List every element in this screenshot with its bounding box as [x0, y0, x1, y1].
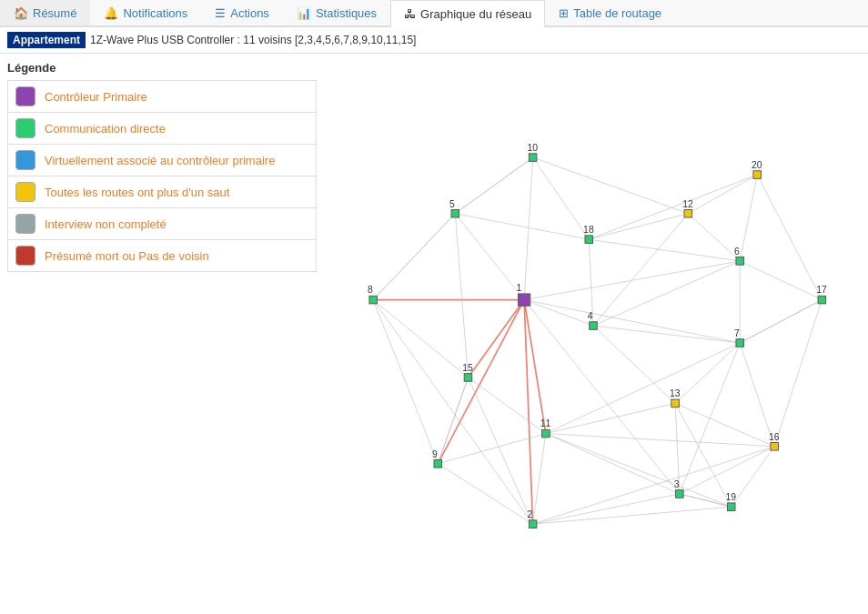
- graph-node[interactable]: 1: [517, 283, 530, 306]
- graph-edge: [533, 494, 680, 524]
- legend-color: [15, 150, 35, 170]
- legend-label: Interview non completé: [45, 217, 167, 231]
- graph-node[interactable]: 8: [368, 285, 377, 303]
- legend-label: Virtuellement associé au contrôleur prim…: [45, 154, 275, 167]
- graph-edge: [373, 300, 468, 377]
- graph-node[interactable]: 12: [682, 199, 693, 217]
- bell-icon: 🔔: [104, 6, 118, 20]
- node-label: 17: [816, 285, 827, 295]
- graph-edge: [373, 300, 532, 525]
- node-label: 13: [670, 388, 681, 398]
- graph-edge: [533, 507, 732, 524]
- graph-edge: [593, 326, 675, 403]
- barchart-icon: 📊: [297, 6, 311, 20]
- graph-edge: [438, 300, 524, 464]
- graph-node[interactable]: 5: [449, 199, 459, 217]
- legend-items: Contrôleur Primaire Communication direct…: [7, 80, 317, 272]
- node-label: 20: [752, 160, 762, 170]
- node-label: 12: [682, 199, 693, 209]
- node-rect: [590, 322, 598, 330]
- node-label: 19: [726, 492, 737, 502]
- node-rect: [529, 520, 537, 528]
- graph-node[interactable]: 18: [583, 225, 594, 243]
- tab-table[interactable]: ⊞ Table de routage: [545, 0, 675, 25]
- graph-edge: [688, 214, 740, 261]
- node-label: 8: [368, 285, 373, 295]
- graph-edge: [675, 403, 774, 446]
- graph-panel: 12345678910111213151617181920: [326, 61, 861, 614]
- network-graph: 12345678910111213151617181920: [326, 61, 861, 614]
- node-rect: [542, 429, 550, 438]
- node-label: 4: [588, 311, 593, 321]
- tab-graphique-label: Graphique du réseau: [420, 7, 531, 21]
- graph-edge: [455, 157, 532, 214]
- tab-table-label: Table de routage: [573, 6, 661, 20]
- graph-edge: [546, 434, 680, 494]
- legend-item: Interview non completé: [7, 207, 317, 240]
- graph-node[interactable]: 2: [527, 509, 536, 528]
- graph-edge: [740, 300, 822, 343]
- graph-node[interactable]: 11: [540, 418, 551, 437]
- graph-edge: [533, 447, 775, 524]
- graph-edge: [593, 261, 740, 326]
- graph-node[interactable]: 17: [816, 285, 827, 303]
- tab-notifications[interactable]: 🔔 Notifications: [90, 0, 201, 25]
- graph-edge: [774, 300, 822, 447]
- node-rect: [736, 339, 744, 347]
- graph-edge: [740, 261, 822, 300]
- graph-edge: [546, 343, 740, 434]
- graph-edge: [533, 434, 546, 525]
- tab-statistiques-label: Statistiques: [316, 6, 377, 20]
- graph-edge: [455, 214, 468, 377]
- node-rect: [771, 443, 779, 451]
- graph-edge: [468, 300, 524, 377]
- tab-resume[interactable]: 🏠 Résumé: [0, 0, 90, 25]
- node-label: 16: [769, 432, 780, 442]
- tab-bar: 🏠 Résumé 🔔 Notifications ☰ Actions 📊 Sta…: [0, 0, 868, 27]
- tab-graphique[interactable]: 🖧 Graphique du réseau: [390, 0, 545, 27]
- breadcrumb-text: 1Z-Wave Plus USB Controller : 11 voisins…: [90, 34, 416, 46]
- node-rect: [736, 257, 744, 266]
- node-rect: [434, 460, 442, 468]
- legend-color: [15, 214, 35, 234]
- legend-item: Toutes les routes ont plus d'un saut: [7, 176, 317, 208]
- legend-label: Toutes les routes ont plus d'un saut: [45, 186, 229, 199]
- graph-node[interactable]: 20: [752, 160, 762, 178]
- graph-edge: [455, 214, 524, 300]
- node-rect: [727, 503, 735, 511]
- graph-edge: [593, 214, 688, 326]
- node-label: 15: [462, 363, 473, 373]
- legend-item: Virtuellement associé au contrôleur prim…: [7, 144, 317, 176]
- legend-title: Légende: [7, 61, 317, 75]
- node-label: 10: [527, 143, 538, 153]
- graph-node[interactable]: 15: [462, 363, 473, 381]
- graph-node[interactable]: 10: [527, 143, 538, 161]
- graph-edge: [468, 377, 545, 434]
- legend-color: [15, 86, 35, 106]
- legend-item: Contrôleur Primaire: [7, 80, 317, 113]
- tab-statistiques[interactable]: 📊 Statistiques: [283, 0, 390, 25]
- legend-color: [15, 182, 35, 202]
- graph-edge: [680, 447, 774, 494]
- tab-actions-label: Actions: [230, 6, 269, 20]
- tab-actions[interactable]: ☰ Actions: [201, 0, 283, 25]
- graph-node[interactable]: 13: [670, 388, 681, 407]
- graph-edge: [455, 214, 589, 239]
- graph-node[interactable]: 16: [769, 432, 780, 450]
- graph-node[interactable]: 19: [726, 492, 737, 510]
- node-rect: [518, 294, 530, 306]
- graph-edge: [740, 343, 774, 447]
- node-rect: [818, 296, 826, 304]
- node-rect: [529, 154, 537, 162]
- graph-edge: [373, 214, 455, 300]
- breadcrumb-badge: Appartement: [7, 32, 86, 48]
- graph-edge: [589, 214, 688, 239]
- graph-edge: [533, 157, 689, 214]
- legend-label: Présumé mort ou Pas de voisin: [45, 249, 209, 263]
- node-label: 18: [583, 225, 594, 235]
- legend-color: [15, 118, 35, 138]
- graph-edge: [468, 377, 532, 524]
- node-rect: [464, 374, 472, 382]
- node-rect: [671, 399, 680, 408]
- graph-node[interactable]: 7: [734, 328, 743, 347]
